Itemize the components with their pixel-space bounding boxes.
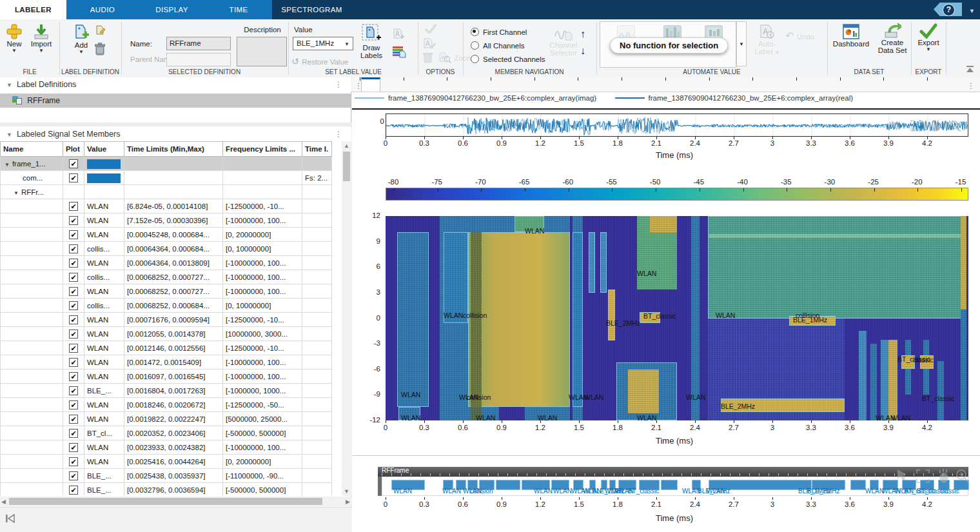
scroll-right-icon[interactable]: ▶: [346, 498, 350, 505]
members-vscrollbar[interactable]: ▲ ▼: [342, 141, 351, 496]
members-menu-icon[interactable]: ⋮: [335, 127, 342, 141]
undo-button[interactable]: ↶ Undo: [785, 30, 814, 42]
spectrogram-region[interactable]: [721, 399, 845, 412]
column-header[interactable]: Name: [1, 142, 63, 157]
table-row[interactable]: ✔BLE_... [0.0032796, 0.0036594][-500000,…: [1, 483, 332, 497]
plot-hover-tools[interactable]: [888, 119, 965, 132]
plot-checkbox[interactable]: ✔: [69, 301, 78, 310]
restore-value-button[interactable]: ↺ Restore Value: [291, 55, 348, 67]
table-row[interactable]: ✔WLAN [0.00068252, 0.000727...[-10000000…: [1, 284, 332, 299]
plot-checkbox[interactable]: ✔: [69, 259, 78, 268]
collapse-triangle-icon[interactable]: ▼: [6, 82, 12, 88]
table-row[interactable]: ✔WLAN [0.0023933, 0.0024382][-10000000, …: [1, 440, 332, 455]
spectrogram-region[interactable]: [573, 216, 583, 420]
delete-label-button[interactable]: [423, 52, 436, 63]
table-row[interactable]: ✔collis... [0.00068252, 0.000684...[0, 1…: [1, 299, 332, 313]
spectrogram-region[interactable]: [789, 316, 836, 326]
plot-checkbox[interactable]: ✔: [69, 344, 78, 353]
plot-checkbox[interactable]: ✔: [69, 457, 78, 466]
tab-display[interactable]: DISPLAY: [139, 0, 205, 19]
plot-checkbox[interactable]: ✔: [69, 429, 78, 438]
help-button[interactable]: ?: [934, 3, 962, 16]
create-data-set-button[interactable]: Create Data Set: [874, 23, 910, 54]
help-caret-icon[interactable]: ▼: [969, 8, 975, 14]
vscroll-thumb[interactable]: [343, 152, 350, 181]
plot-checkbox[interactable]: ✔: [69, 159, 78, 168]
label-definitions-menu-icon[interactable]: ⋮: [335, 77, 342, 92]
plot-checkbox[interactable]: ✔: [69, 330, 78, 339]
spectrogram-region[interactable]: [923, 340, 929, 395]
spectrogram-region[interactable]: [468, 407, 570, 420]
tab-audio[interactable]: AUDIO: [66, 0, 139, 19]
radio-selected-channels[interactable]: Selected Channels: [471, 53, 545, 64]
column-header[interactable]: Frequency Limits ...: [223, 142, 302, 157]
table-row[interactable]: ✔WLAN [0.00071676, 0.0009594][-12500000,…: [1, 313, 332, 327]
spectrogram-region[interactable]: [881, 340, 888, 421]
radio-all-channels[interactable]: All Channels: [471, 39, 525, 51]
strip-header[interactable]: RFFrame: [378, 467, 968, 477]
table-row[interactable]: ✔WLAN [0.001472, 0.0015409][-10000000, 1…: [1, 355, 332, 369]
spectrogram-region[interactable]: [961, 216, 966, 310]
collapse-panel-icon[interactable]: [5, 514, 15, 523]
previous-member-arrow[interactable]: ↑: [580, 28, 585, 40]
label-segment[interactable]: [850, 480, 866, 490]
spectrogram-region[interactable]: [859, 331, 867, 420]
plot-checkbox[interactable]: ✔: [69, 358, 78, 367]
spectrogram-region[interactable]: [589, 232, 595, 293]
table-row[interactable]: ✔BT_cl... [0.0020352, 0.0023406][-500000…: [1, 426, 332, 440]
dashboard-button[interactable]: Dashboard: [830, 23, 872, 48]
tab-labeler[interactable]: LABELER: [0, 0, 66, 19]
spectrogram-region[interactable]: [937, 361, 944, 421]
table-row[interactable]: ✔WLAN [0.00064364, 0.0013809][-10000000,…: [1, 256, 332, 270]
spectrogram-region[interactable]: [905, 340, 911, 395]
label-definition-item-rfframe[interactable]: RFFrame: [0, 94, 351, 108]
spectrogram-region[interactable]: [471, 232, 482, 420]
auto-label-button[interactable]: A Auto- Label ▼: [752, 23, 783, 55]
table-row[interactable]: com... ✔ Fs: 2...: [1, 171, 332, 185]
spectrogram-region[interactable]: [961, 216, 966, 420]
spectrogram-region[interactable]: [708, 319, 845, 421]
table-row[interactable]: ✔WLAN [0.0012055, 0.0014378][10000000, 3…: [1, 327, 332, 341]
strip-hover-tools[interactable]: [892, 468, 970, 485]
edit-definition-button[interactable]: [94, 25, 108, 36]
spectrogram-region[interactable]: [920, 355, 934, 369]
hscroll-thumb[interactable]: [9, 498, 322, 505]
column-header[interactable]: Value: [84, 142, 124, 157]
label-list-button[interactable]: [392, 45, 409, 58]
spectrogram-region[interactable]: [691, 216, 700, 420]
spectrogram-region[interactable]: [608, 290, 615, 340]
table-row[interactable]: ✔BLE_... [0.0025438, 0.0035937][-1100000…: [1, 469, 332, 483]
import-caret-icon[interactable]: ▼: [28, 48, 54, 54]
column-header[interactable]: Plot: [63, 142, 84, 157]
spectrogram-region[interactable]: [650, 216, 677, 233]
parent-name-field[interactable]: [166, 53, 231, 66]
spectrogram-region[interactable]: [708, 216, 966, 319]
table-row[interactable]: ▼RFFr...: [1, 185, 332, 199]
column-header[interactable]: Time Limits (Min,Max): [124, 142, 223, 157]
new-caret-icon[interactable]: ▼: [3, 48, 26, 54]
plot-checkbox[interactable]: ✔: [69, 230, 78, 239]
plot-checkbox[interactable]: ✔: [69, 173, 78, 182]
table-row[interactable]: ✔BLE_... [0.0016804, 0.0017263][-1000000…: [1, 384, 332, 398]
channel-selector-button[interactable]: Channel Selector: [549, 25, 578, 57]
spectrogram-region[interactable]: [628, 369, 659, 414]
plot-checkbox[interactable]: ✔: [69, 273, 78, 282]
tab-time[interactable]: TIME: [205, 0, 272, 19]
gallery-dropdown-button[interactable]: ▼: [736, 21, 747, 66]
collapse-ribbon-button[interactable]: [966, 66, 977, 73]
table-row[interactable]: ✔WLAN [0.0018246, 0.0020672][-12500000, …: [1, 398, 332, 412]
spectrogram-region[interactable]: [640, 312, 660, 323]
tab-spectrogram[interactable]: SPECTROGRAM: [272, 0, 351, 19]
next-member-arrow[interactable]: ↓: [580, 45, 585, 57]
table-row[interactable]: ✔collis... [0.00064364, 0.000684...[0, 1…: [1, 242, 332, 256]
plot-checkbox[interactable]: ✔: [69, 216, 78, 225]
spectrogram-region[interactable]: [499, 407, 525, 420]
draw-labels-button[interactable]: Draw Labels: [358, 23, 384, 59]
export-button[interactable]: Export ▼: [914, 23, 943, 52]
spectrogram-region[interactable]: [573, 232, 583, 407]
doc-strip-actions-icon[interactable]: ⋮: [967, 79, 975, 93]
plot-checkbox[interactable]: ✔: [69, 386, 78, 395]
label-segment[interactable]: [496, 480, 520, 490]
table-row[interactable]: ✔collis... [0.00068252, 0.000727...[-100…: [1, 270, 332, 284]
scroll-down-icon[interactable]: ▼: [342, 488, 351, 495]
